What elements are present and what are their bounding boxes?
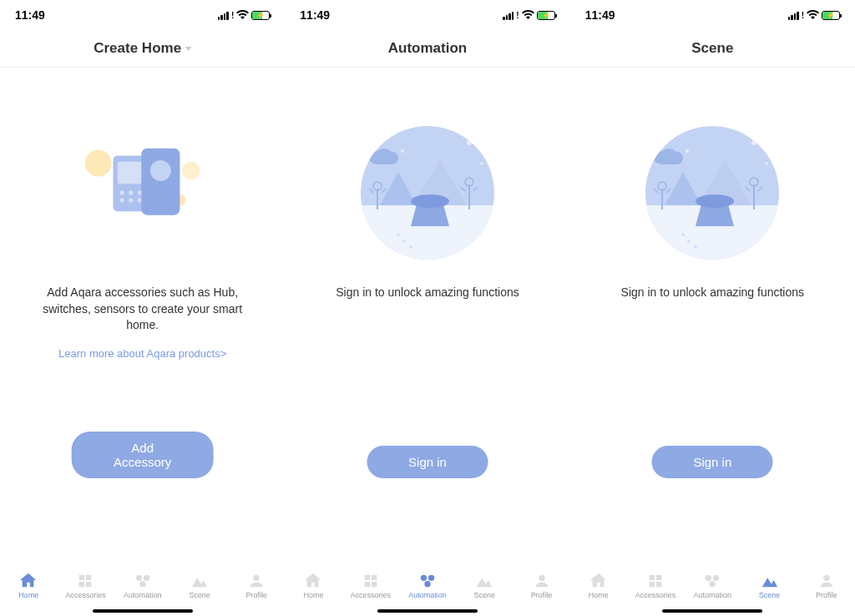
tab-label: Scene [759,591,781,599]
svg-point-54 [681,233,685,236]
accessories-icon [76,573,94,589]
tab-label: Automation [694,591,732,599]
header-bar: Scene [570,30,855,68]
svg-point-19 [467,140,472,145]
status-bar: 11:49 ! ⚡ [570,0,855,30]
svg-point-45 [696,194,734,208]
tab-scene[interactable]: Scene [741,573,797,599]
scene-icon [475,573,493,589]
svg-point-41 [751,140,756,145]
svg-point-6 [129,190,133,194]
home-indicator [377,609,478,613]
svg-point-14 [144,575,149,581]
svg-point-13 [135,575,141,581]
battery-icon: ⚡ [537,11,555,20]
tab-label: Profile [816,591,837,599]
landscape-illustration [637,118,787,268]
svg-point-60 [823,575,829,581]
svg-point-5 [119,190,124,194]
add-accessory-button[interactable]: Add Accessory [71,432,214,478]
status-icons: ! ⚡ [503,10,554,20]
automation-icon [703,573,721,589]
home-message: Add Aqara accessories such as Hub, switc… [0,285,285,334]
svg-point-43 [765,162,768,165]
battery-icon: ⚡ [251,11,270,20]
svg-point-20 [401,149,404,153]
tab-bar: Home Accessories Automation Scene Profil… [285,568,569,616]
home-indicator [93,609,193,613]
svg-point-42 [686,149,689,153]
tab-automation[interactable]: Automation [399,573,456,599]
automation-icon [134,573,152,589]
svg-rect-4 [117,162,144,184]
header-title: Scene [691,40,733,57]
profile-icon [247,573,266,589]
tab-home[interactable]: Home [570,573,627,599]
svg-point-23 [411,194,449,208]
svg-point-35 [421,575,427,581]
header-bar: Automation [285,30,569,68]
tab-profile[interactable]: Profile [513,573,569,599]
wifi-icon [236,10,249,20]
svg-rect-11 [141,149,180,215]
tab-profile[interactable]: Profile [798,573,855,599]
tab-home[interactable]: Home [0,573,57,599]
scene-message: Sign in to unlock amazing functions [588,285,837,301]
svg-point-12 [150,160,171,181]
home-icon [589,573,608,589]
status-bar: 11:49 ! ⚡ [0,0,285,30]
status-icons: ! ⚡ [788,10,840,20]
svg-point-2 [182,162,200,179]
profile-icon [533,573,551,589]
tab-label: Home [589,591,609,599]
svg-point-37 [424,581,430,587]
signal-icon: ! [788,11,804,20]
home-indicator [662,609,762,613]
tab-label: Automation [408,591,447,599]
screen-scene: 11:49 ! ⚡ Scene [570,0,855,616]
tab-label: Accessories [65,591,106,599]
landscape-illustration [352,118,503,268]
home-icon [304,573,322,589]
signal-icon: ! [218,11,234,20]
svg-point-15 [139,581,145,587]
header-title: Create Home [94,40,181,57]
svg-point-33 [402,240,406,243]
svg-point-34 [409,245,412,249]
scene-icon [190,573,209,589]
svg-point-36 [428,575,434,581]
signin-button[interactable]: Sign in [367,446,488,478]
tab-accessories[interactable]: Accessories [627,573,684,599]
learn-more-link[interactable]: Learn more about Aqara products> [58,347,226,360]
tab-label: Automation [124,591,162,599]
tab-home[interactable]: Home [285,573,341,599]
svg-point-38 [539,575,544,581]
tab-label: Home [303,591,323,599]
tab-automation[interactable]: Automation [114,573,171,599]
wifi-icon [522,10,534,20]
tab-label: Profile [245,591,267,599]
content-area: Sign in to unlock amazing functions [285,68,569,616]
chevron-down-icon [185,47,191,51]
header-title: Automation [388,40,467,57]
screen-automation: 11:49 ! ⚡ Automation [285,0,569,616]
tab-profile[interactable]: Profile [228,573,285,599]
tab-accessories[interactable]: Accessories [57,573,114,599]
scene-icon [761,573,779,589]
tab-scene[interactable]: Scene [456,573,513,599]
accessories-icon [362,573,380,589]
svg-point-9 [129,198,133,202]
tab-bar: Home Accessories Automation Scene Profil… [0,568,285,616]
tab-automation[interactable]: Automation [684,573,741,599]
status-time: 11:49 [300,8,330,22]
tab-scene[interactable]: Scene [171,573,228,599]
tab-label: Accessories [350,591,391,599]
signin-button[interactable]: Sign in [652,446,773,478]
svg-point-0 [84,149,111,176]
status-time: 11:49 [15,8,45,22]
status-bar: 11:49 ! ⚡ [285,0,569,30]
create-home-dropdown[interactable]: Create Home [94,40,191,57]
svg-point-16 [254,575,260,581]
tab-accessories[interactable]: Accessories [342,573,399,599]
svg-point-57 [706,575,711,581]
